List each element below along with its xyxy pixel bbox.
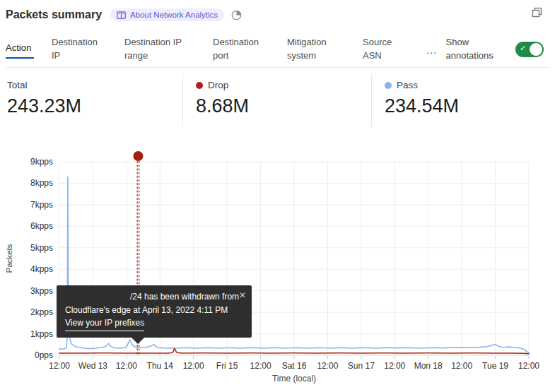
stat-label: Drop bbox=[208, 80, 228, 90]
stat-pass: Pass234.54M bbox=[371, 74, 555, 127]
stat-value: 234.54M bbox=[385, 95, 555, 117]
annotation-tooltip: ✕ /24 has been withdrawn from Cloudflare… bbox=[57, 285, 252, 338]
badge-label: About Network Analytics bbox=[130, 11, 218, 19]
tooltip-line-2: Cloudflare's edge at April 13, 2022 4:11… bbox=[65, 304, 245, 317]
x-tick-label: Sat 16 bbox=[282, 361, 307, 371]
book-icon bbox=[117, 11, 126, 19]
x-tick-label: 12:00 bbox=[384, 361, 405, 371]
stat-drop: Drop8.68M bbox=[182, 74, 371, 127]
tooltip-line-1: /24 has been withdrawn from bbox=[65, 290, 245, 304]
x-tick-label: Thu 14 bbox=[147, 361, 174, 371]
tab-destination-ip[interactable]: Destination IP bbox=[52, 36, 107, 63]
y-axis-title: Packets bbox=[5, 244, 13, 273]
packets-time-series-chart: 12:00Wed 1312:00Thu 1412:00Fri 1512:00Sa… bbox=[0, 138, 555, 392]
card-header: Packets summary About Network Analytics bbox=[6, 6, 549, 24]
time-period-icon[interactable] bbox=[231, 10, 242, 20]
x-tick-label: Fri 15 bbox=[216, 361, 238, 371]
y-tick-label: 1kpps bbox=[30, 329, 53, 339]
show-annotations-toggle[interactable]: ✓ bbox=[515, 42, 544, 57]
summary-stats-row: Total243.23MDrop8.68MPass234.54M bbox=[0, 74, 555, 127]
x-tick-label: Tue 19 bbox=[482, 361, 508, 371]
x-tick-label: 12:00 bbox=[250, 361, 271, 371]
close-icon[interactable]: ✕ bbox=[239, 289, 246, 302]
toggle-knob bbox=[530, 43, 542, 56]
x-axis-title: Time (local) bbox=[272, 374, 316, 384]
restore-window-icon[interactable] bbox=[532, 7, 542, 20]
stat-label: Total bbox=[7, 80, 28, 90]
tooltip-caret bbox=[132, 338, 144, 344]
tab-mitigation-system[interactable]: Mitigation system bbox=[287, 36, 345, 63]
x-tick-label: Sun 17 bbox=[348, 361, 375, 371]
y-tick-label: 9kpps bbox=[30, 157, 53, 167]
x-tick-label: 12:00 bbox=[183, 361, 204, 371]
packets-summary-card: Packets summary About Network Analytics … bbox=[0, 0, 555, 392]
x-tick-label: 12:00 bbox=[317, 361, 338, 371]
y-tick-label: 7kpps bbox=[30, 200, 53, 210]
drop-legend-dot bbox=[196, 82, 203, 89]
filter-tab-bar: ActionDestination IPDestination IP range… bbox=[6, 32, 549, 68]
x-tick-label: Wed 13 bbox=[78, 361, 107, 371]
y-tick-label: 3kpps bbox=[30, 286, 53, 296]
stat-total: Total243.23M bbox=[0, 74, 182, 127]
tab-destination-ip-range[interactable]: Destination IP range bbox=[124, 36, 195, 63]
y-tick-label: 2kpps bbox=[30, 307, 53, 317]
view-ip-prefixes-link[interactable]: View your IP prefixes bbox=[65, 316, 144, 331]
about-network-analytics-badge[interactable]: About Network Analytics bbox=[110, 8, 224, 21]
show-annotations-label: Show annotations bbox=[446, 36, 503, 63]
check-icon: ✓ bbox=[520, 44, 526, 53]
stat-value: 243.23M bbox=[7, 95, 182, 117]
page-title: Packets summary bbox=[6, 8, 102, 21]
x-tick-label: Mon 18 bbox=[414, 361, 443, 371]
y-tick-label: 5kpps bbox=[30, 243, 53, 253]
x-tick-label: 12:00 bbox=[49, 361, 70, 371]
annotation-marker-dot[interactable] bbox=[133, 151, 143, 161]
x-tick-label: 12:00 bbox=[518, 361, 539, 371]
tab-destination-port[interactable]: Destination port bbox=[213, 36, 269, 63]
y-tick-label: 8kpps bbox=[30, 178, 53, 188]
y-tick-label: 4kpps bbox=[30, 264, 53, 274]
tab-source-asn[interactable]: Source ASN bbox=[363, 36, 402, 63]
y-tick-label: 6kpps bbox=[30, 221, 53, 231]
x-tick-label: 12:00 bbox=[451, 361, 472, 371]
y-tick-label: 0pps bbox=[35, 350, 53, 360]
more-tabs-button[interactable]: ... bbox=[426, 44, 438, 56]
stat-value: 8.68M bbox=[196, 95, 371, 117]
stat-label: Pass bbox=[397, 80, 418, 90]
tab-action[interactable]: Action bbox=[6, 40, 34, 59]
pass-legend-dot bbox=[385, 82, 392, 89]
x-tick-label: 12:00 bbox=[116, 361, 137, 371]
